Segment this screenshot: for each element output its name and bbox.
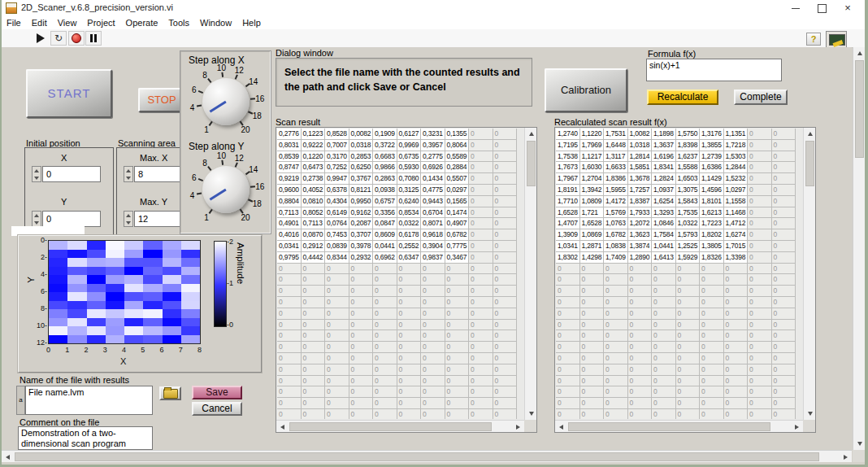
heatmap-cell — [49, 241, 67, 250]
table-vertical-scrollbar[interactable] — [803, 128, 815, 420]
max-x-input[interactable] — [134, 166, 186, 182]
complete-button[interactable]: Complete — [734, 89, 788, 105]
minimize-button[interactable] — [783, 0, 808, 16]
table-cell: 1,5929 — [675, 251, 701, 264]
recalculated-table: 1,27401,12201,75311,00821,18981,57501,31… — [554, 127, 816, 433]
stop-button[interactable]: STOP — [138, 88, 185, 112]
scrollbar-corner — [524, 420, 536, 432]
table-horizontal-scrollbar[interactable] — [276, 420, 524, 432]
table-cell: 0,9866 — [372, 161, 397, 173]
scrollbar-thumb[interactable] — [805, 141, 814, 186]
heatmap-cell — [181, 267, 200, 276]
table-cell: 0 — [349, 341, 374, 353]
labview-vi-icon — [6, 2, 17, 14]
table-cell: 0 — [699, 296, 724, 308]
maximize-button[interactable] — [809, 0, 834, 16]
pause-button[interactable] — [85, 31, 102, 46]
table-cell: 1,5232 — [723, 172, 749, 185]
x-spinner[interactable] — [32, 166, 41, 182]
colorbar-tick-label: -2 — [227, 238, 233, 246]
scroll-down-arrow[interactable] — [525, 408, 537, 420]
heatmap-cell — [87, 241, 106, 250]
scroll-down-arrow[interactable] — [853, 438, 866, 450]
scroll-left-arrow[interactable] — [2, 451, 14, 463]
scrollbar-thumb[interactable] — [15, 452, 819, 461]
table-cell: 0 — [603, 397, 628, 409]
table-row: 1,71951,79691,64481,03181,36371,83981,38… — [556, 140, 802, 151]
scroll-down-arrow[interactable] — [804, 408, 816, 420]
title-bar: 2D_Scaner_v.6.8_precision_version.vi × — [2, 0, 865, 17]
initial-x-input[interactable] — [42, 166, 101, 182]
scroll-up-arrow[interactable] — [853, 47, 866, 59]
y-spinner[interactable] — [32, 211, 41, 227]
scrollbar-thumb[interactable] — [568, 422, 770, 431]
table-cell: 0 — [579, 319, 605, 331]
menu-item-window[interactable]: Window — [200, 18, 232, 28]
step-along-y-knob[interactable]: 1468101214161820 — [189, 152, 263, 227]
comment-input[interactable]: Demonstration of a two- dimensional scan… — [18, 426, 153, 450]
table-vertical-scrollbar[interactable] — [524, 128, 536, 420]
scroll-left-arrow[interactable] — [276, 421, 289, 433]
heatmap-cell — [67, 250, 86, 259]
table-cell: 0 — [493, 207, 518, 219]
table-horizontal-scrollbar[interactable] — [555, 420, 803, 432]
menu-item-project[interactable]: Project — [87, 18, 115, 28]
scroll-right-arrow[interactable] — [840, 451, 852, 463]
table-cell: 0 — [675, 352, 701, 364]
table-cell: 0 — [651, 263, 676, 275]
cancel-button[interactable]: Cancel — [192, 402, 242, 416]
calibration-button[interactable]: Calibration — [545, 68, 627, 112]
run-continuously-button[interactable]: ↻ — [50, 31, 67, 46]
recalculate-button[interactable]: Recalculate — [647, 89, 718, 105]
table-cell: 0 — [277, 408, 302, 419]
table-cell: 1,2890 — [627, 251, 653, 264]
menu-item-tools[interactable]: Tools — [168, 18, 189, 28]
table-cell: 1,3874 — [627, 240, 653, 252]
max-y-input[interactable] — [134, 211, 186, 227]
abort-button[interactable] — [68, 31, 85, 46]
scroll-up-arrow[interactable] — [804, 128, 816, 140]
start-button[interactable]: START — [26, 69, 112, 118]
scroll-up-arrow[interactable] — [525, 128, 537, 140]
table-cell: 1,7257 — [627, 184, 653, 196]
window-horizontal-scrollbar[interactable] — [2, 450, 852, 462]
scroll-left-arrow[interactable] — [555, 421, 567, 433]
menu-item-file[interactable]: File — [7, 18, 21, 28]
file-name-input[interactable]: File name.lvm — [25, 386, 153, 415]
table-cell: 0 — [603, 386, 628, 398]
formula-input[interactable]: sin(x)+1 — [646, 59, 782, 81]
table-cell: 0 — [420, 319, 445, 331]
table-row: 0000000000 — [277, 409, 523, 419]
menu-item-view[interactable]: View — [58, 18, 77, 28]
run-button[interactable] — [33, 31, 49, 46]
close-button[interactable]: × — [835, 0, 860, 16]
help-button[interactable]: ? — [806, 33, 821, 46]
table-cell: 0 — [468, 408, 493, 419]
menu-item-operate[interactable]: Operate — [126, 18, 158, 28]
table-cell: 1,7531 — [603, 129, 628, 140]
table-cell: 0 — [651, 285, 676, 297]
table-cell: 0 — [445, 296, 470, 308]
scroll-right-arrow[interactable] — [791, 421, 803, 433]
initial-y-input[interactable] — [42, 211, 101, 227]
menu-item-help[interactable]: Help — [242, 18, 261, 28]
scrollbar-thumb[interactable] — [289, 422, 492, 431]
table-cell: 0,9618 — [420, 229, 445, 241]
max-x-spinner[interactable] — [124, 166, 133, 182]
save-button[interactable]: Save — [192, 386, 242, 399]
scrollbar-thumb[interactable] — [855, 60, 864, 158]
step-along-x-knob[interactable]: 1468101214161820 — [189, 64, 263, 139]
table-cell: 0 — [699, 263, 724, 275]
browse-button[interactable] — [159, 386, 181, 400]
scrollbar-thumb[interactable] — [527, 141, 536, 186]
table-cell: 1,6254 — [651, 195, 676, 207]
scroll-right-arrow[interactable] — [512, 421, 524, 433]
menu-item-edit[interactable]: Edit — [32, 18, 47, 28]
table-cell: 0,8534 — [397, 207, 422, 219]
max-y-spinner[interactable] — [124, 211, 133, 227]
window-vertical-scrollbar[interactable] — [853, 47, 865, 450]
table-cell: 0 — [493, 263, 518, 275]
x-label: X — [61, 153, 67, 163]
table-cell: 0 — [747, 229, 772, 241]
table-cell: 1,7969 — [579, 139, 605, 151]
